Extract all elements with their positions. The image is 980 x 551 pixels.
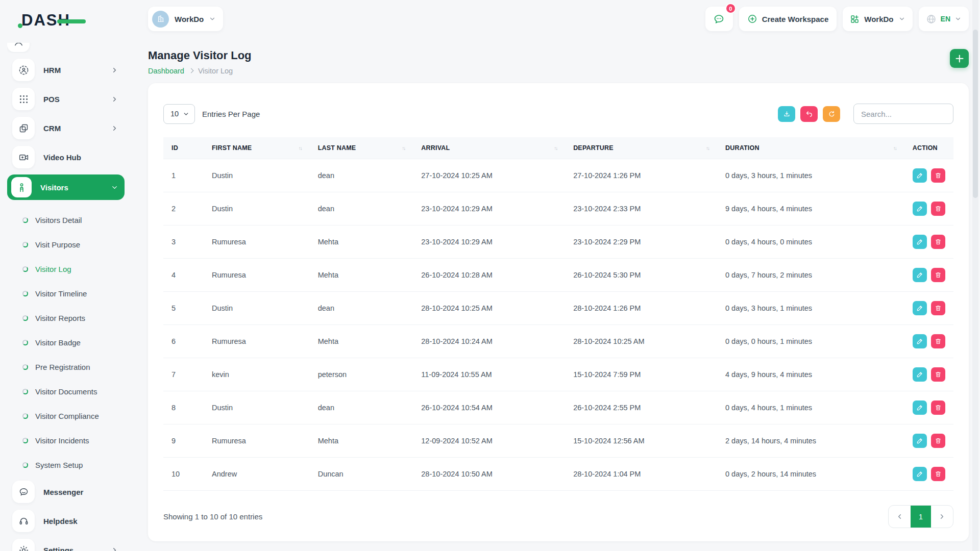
sidebar-subitem-visitor-incidents[interactable]: Visitor Incidents (7, 428, 125, 453)
edit-button[interactable] (913, 202, 927, 216)
column-header-label: ARRIVAL (421, 144, 450, 152)
sidebar-item-clipped[interactable] (7, 43, 125, 53)
column-header-first-name[interactable]: FIRST NAME↑↓ (204, 137, 310, 159)
delete-button[interactable] (931, 467, 945, 481)
column-header-departure[interactable]: DEPARTURE↑↓ (565, 137, 717, 159)
sidebar-item-pos[interactable]: POS (7, 87, 125, 111)
sidebar-subitem-label: Visitor Incidents (35, 436, 89, 445)
sidebar-subitem-pre-registration[interactable]: Pre Registration (7, 355, 125, 379)
logo-dot-accent (18, 23, 22, 28)
bullet-icon (22, 315, 28, 321)
sidebar-subitem-visitor-timeline[interactable]: Visitor Timeline (7, 281, 125, 306)
visitors-submenu: Visitors DetailVisit PurposeVisitor LogV… (7, 206, 125, 480)
chevron-right-icon (111, 66, 118, 74)
cell-id: 3 (163, 226, 204, 259)
cell-duration: 4 days, 9 hours, 4 minutes (717, 358, 904, 391)
main-area: WorkDo 0 Create Workspace (132, 0, 980, 551)
edit-button[interactable] (913, 168, 927, 183)
globe-icon (926, 14, 937, 24)
delete-button[interactable] (931, 400, 945, 415)
breadcrumb-current: Visitor Log (198, 67, 233, 75)
cell-departure: 27-10-2024 1:26 PM (565, 159, 717, 192)
edit-button[interactable] (913, 400, 927, 415)
pagination-page-1-button[interactable]: 1 (911, 506, 931, 528)
export-download-button[interactable] (778, 106, 795, 122)
delete-button[interactable] (931, 202, 945, 216)
logo-dash-accent (57, 19, 86, 23)
edit-button[interactable] (913, 268, 927, 282)
delete-button[interactable] (931, 434, 945, 448)
sidebar-subitem-visitor-log[interactable]: Visitor Log (7, 257, 125, 281)
messages-button[interactable]: 0 (705, 7, 733, 31)
visitor-person-icon (11, 177, 32, 197)
edit-button[interactable] (913, 434, 927, 448)
search-input[interactable] (853, 104, 953, 124)
table-row: 6RumuresaMehta28-10-2024 10:24 AM28-10-2… (163, 325, 953, 358)
table-row: 7kevinpeterson11-09-2024 10:55 AM15-10-2… (163, 358, 953, 391)
add-visitor-log-button[interactable] (950, 49, 969, 68)
sidebar-item-label: CRM (43, 124, 61, 133)
workspace-name: WorkDo (175, 15, 204, 23)
edit-button[interactable] (913, 301, 927, 315)
delete-button[interactable] (931, 168, 945, 183)
language-selector[interactable]: EN (919, 7, 969, 31)
sidebar-subitem-visitors-detail[interactable]: Visitors Detail (7, 208, 125, 232)
breadcrumb-dashboard-link[interactable]: Dashboard (148, 67, 184, 75)
sidebar-subitem-label: Visitor Timeline (35, 289, 87, 298)
cell-departure: 23-10-2024 2:29 PM (565, 226, 717, 259)
table-row: 10AndrewDuncan28-10-2024 10:50 AM28-10-2… (163, 458, 953, 491)
pagination-prev-button[interactable] (889, 506, 911, 528)
cell-first-name: Dustin (204, 192, 310, 226)
edit-button[interactable] (913, 235, 927, 249)
sidebar-subitem-visit-purpose[interactable]: Visit Purpose (7, 232, 125, 257)
column-header-arrival[interactable]: ARRIVAL↑↓ (413, 137, 565, 159)
column-header-duration[interactable]: DURATION↑↓ (717, 137, 904, 159)
cell-first-name: Dustin (204, 292, 310, 325)
sidebar-nav: HRMPOSCRMVideo HubVisitorsVisitors Detai… (0, 38, 132, 551)
sidebar-subitem-visitor-documents[interactable]: Visitor Documents (7, 379, 125, 404)
cell-arrival: 28-10-2024 10:25 AM (413, 292, 565, 325)
delete-button[interactable] (931, 367, 945, 382)
cell-id: 1 (163, 159, 204, 192)
cell-id: 10 (163, 458, 204, 491)
pos-icon (12, 88, 35, 110)
sidebar-subitem-system-setup[interactable]: System Setup (7, 453, 125, 477)
delete-button[interactable] (931, 301, 945, 315)
delete-button[interactable] (931, 235, 945, 249)
sidebar-item-video-hub[interactable]: Video Hub (7, 145, 125, 169)
sidebar-item-helpdesk[interactable]: Helpdesk (7, 509, 125, 533)
chat-bubble-icon (713, 13, 725, 25)
workspace-switcher[interactable]: WorkDo (148, 7, 223, 31)
sidebar-item-hrm[interactable]: HRM (7, 58, 125, 82)
entries-per-page-select[interactable]: 10 (163, 104, 195, 124)
delete-button[interactable] (931, 334, 945, 348)
pagination-next-button[interactable] (931, 506, 953, 528)
page-scrollbar-track (972, 0, 978, 551)
messenger-icon (12, 481, 35, 503)
sidebar-subitem-visitor-compliance[interactable]: Visitor Compliance (7, 404, 125, 428)
undo-arrow-icon (805, 110, 813, 118)
sidebar-item-crm[interactable]: CRM (7, 116, 125, 140)
column-header-last-name[interactable]: LAST NAME↑↓ (310, 137, 413, 159)
brand-logo[interactable]: DASH (0, 0, 132, 38)
delete-button[interactable] (931, 268, 945, 282)
cell-duration: 0 days, 0 hours, 1 minutes (717, 325, 904, 358)
sidebar-item-visitors[interactable]: Visitors (7, 174, 125, 200)
table-row: 5Dustindean28-10-2024 10:25 AM28-10-2024… (163, 292, 953, 325)
create-workspace-button[interactable]: Create Workspace (739, 7, 837, 31)
sidebar-item-messenger[interactable]: Messenger (7, 480, 125, 504)
edit-button[interactable] (913, 467, 927, 481)
cell-first-name: Andrew (204, 458, 310, 491)
sidebar-subitem-visitor-badge[interactable]: Visitor Badge (7, 330, 125, 355)
refresh-button[interactable] (823, 106, 840, 122)
cell-id: 9 (163, 424, 204, 458)
cell-id: 5 (163, 292, 204, 325)
page-scrollbar-thumb[interactable] (973, 30, 978, 198)
edit-button[interactable] (913, 334, 927, 348)
sidebar-subitem-visitor-reports[interactable]: Visitor Reports (7, 306, 125, 330)
cell-id: 7 (163, 358, 204, 391)
reset-undo-button[interactable] (800, 106, 818, 122)
sidebar-item-settings[interactable]: Settings (7, 538, 125, 551)
app-switcher-button[interactable]: WorkDo (843, 7, 912, 31)
edit-button[interactable] (913, 367, 927, 382)
